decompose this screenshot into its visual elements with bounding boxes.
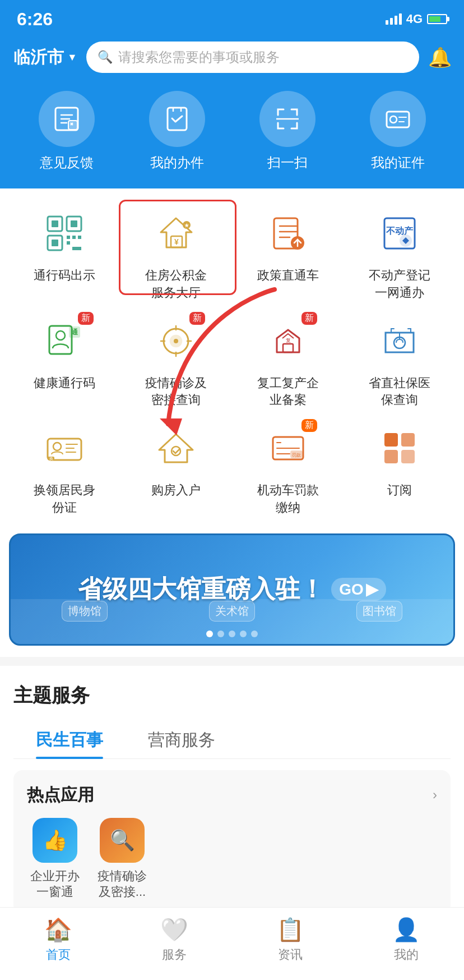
svg-rect-16: [67, 241, 70, 245]
grid-item-id-card[interactable]: 换 换领居民身份证: [11, 420, 118, 517]
subscribe-label: 订阅: [387, 482, 412, 499]
banner-dot-1[interactable]: [206, 631, 213, 637]
quick-action-feedback[interactable]: 意见反馈: [39, 91, 95, 172]
svg-rect-2: [168, 108, 187, 130]
health-code-label: 健康通行码: [34, 375, 95, 392]
buy-house-icon: [148, 420, 204, 476]
banner-dot-2[interactable]: [217, 631, 224, 637]
id-card-icon: 换: [36, 420, 92, 476]
grid-item-car-fine[interactable]: 新 罚款 机动车罚款缴纳: [235, 420, 341, 517]
banner-dot-4[interactable]: [240, 631, 247, 637]
banner-dot-3[interactable]: [229, 631, 235, 637]
hot-app-enterprise-label: 企业开办一窗通: [27, 868, 83, 900]
hot-apps-title: 热点应用: [27, 784, 94, 807]
covid-label: 疫情确诊及密接查询: [145, 375, 207, 410]
nav-mine-label: 我的: [394, 946, 419, 963]
nav-home[interactable]: 🏠 首页: [30, 917, 86, 963]
banner-dots: [206, 631, 258, 637]
svg-text:复: 复: [285, 338, 290, 343]
grid-wrapper: 通行码出示 ¥ ★ 住房公积金服务大厅: [11, 205, 453, 517]
home-icon: 🏠: [44, 917, 72, 943]
health-badge: 新: [78, 312, 94, 325]
nav-service[interactable]: 🤍 服务: [146, 917, 202, 963]
grid-item-subscribe[interactable]: 订阅: [347, 420, 453, 517]
car-fine-badge: 新: [301, 419, 317, 432]
nav-mine[interactable]: 👤 我的: [378, 917, 434, 963]
hot-apps-more-icon[interactable]: ›: [433, 787, 437, 803]
covid-icon: 新: [148, 313, 204, 369]
resumption-icon: 新 复: [260, 313, 316, 369]
svg-point-37: [174, 339, 178, 343]
policy-label: 政策直通车: [257, 267, 319, 284]
nav-home-label: 首页: [46, 946, 71, 963]
hot-apps-header: 热点应用 ›: [27, 784, 437, 807]
chevron-down-icon: ▼: [67, 52, 77, 63]
banner-go-button[interactable]: GO ▶: [331, 578, 386, 601]
search-icon: 🔍: [98, 50, 113, 65]
bottom-nav: 🏠 首页 🤍 服务 📋 资讯 👤 我的: [0, 907, 464, 980]
tab-yingshang[interactable]: 营商服务: [126, 722, 238, 758]
hot-app-covid-query[interactable]: 🔍 疫情确诊及密接...: [94, 818, 150, 900]
quick-action-mywork[interactable]: 我的办件: [149, 91, 205, 172]
svg-rect-8: [52, 220, 58, 227]
banner-main-text: 省级四大馆重磅入驻！: [78, 573, 324, 606]
housing-fund-icon: ¥ ★: [148, 205, 204, 261]
property-label: 不动产登记一网通办: [369, 267, 430, 302]
svg-rect-50: [384, 433, 398, 447]
city-selector[interactable]: 临沂市 ▼: [13, 46, 77, 69]
status-time: 6:26: [17, 9, 53, 30]
mywork-label: 我的办件: [150, 154, 204, 172]
grid-item-buy-house[interactable]: 购房入户: [123, 420, 230, 517]
resumption-label: 复工复产企业备案: [257, 375, 319, 410]
svg-point-28: [56, 331, 65, 340]
grid-item-qrcode[interactable]: 通行码出示: [11, 205, 118, 302]
banner-dot-5[interactable]: [251, 631, 258, 637]
status-icons: 4G: [386, 12, 447, 26]
feedback-icon: [39, 91, 95, 147]
property-icon: 不动产: [372, 205, 428, 261]
grid-item-covid[interactable]: 新 疫情确诊及密接查询: [123, 313, 230, 410]
banner-section: 省级四大馆重磅入驻！ GO ▶ 博物馆 关术馆 图书馆: [0, 533, 464, 657]
bell-icon[interactable]: 🔔: [428, 46, 451, 68]
feedback-label: 意见反馈: [40, 154, 94, 172]
theme-section: 主题服务 民生百事 营商服务 热点应用 › 👍 企业开办一窗通 🔍 疫: [0, 666, 464, 925]
mycert-icon: [370, 91, 426, 147]
tab-minsheng[interactable]: 民生百事: [13, 722, 126, 758]
grid-item-policy[interactable]: 政策直通车: [235, 205, 341, 302]
scan-icon: [259, 91, 315, 147]
qrcode-label: 通行码出示: [34, 267, 95, 284]
search-placeholder: 请搜索您需要的事项或服务: [118, 48, 280, 66]
svg-text:★: ★: [184, 223, 189, 228]
car-fine-label: 机动车罚款缴纳: [257, 482, 319, 517]
mywork-icon: [149, 91, 205, 147]
svg-text:不动产: 不动产: [386, 226, 414, 236]
nav-news-label: 资讯: [278, 946, 303, 963]
car-fine-icon: 新 罚款: [260, 420, 316, 476]
hot-app-enterprise[interactable]: 👍 企业开办一窗通: [27, 818, 83, 900]
search-bar[interactable]: 🔍 请搜索您需要的事项或服务: [86, 42, 419, 73]
mycert-label: 我的证件: [371, 154, 425, 172]
health-code-icon: 新 通: [36, 313, 92, 369]
social-med-icon: [372, 313, 428, 369]
theme-tabs: 民生百事 营商服务: [13, 722, 451, 759]
service-icon: 🤍: [160, 917, 188, 943]
grid-item-social-med[interactable]: 省直社保医保查询: [347, 313, 453, 410]
svg-text:¥: ¥: [174, 237, 179, 246]
nav-news[interactable]: 📋 资讯: [262, 917, 318, 963]
grid-item-resumption[interactable]: 新 复 复工复产企业备案: [235, 313, 341, 410]
network-label: 4G: [406, 12, 423, 26]
svg-text:通: 通: [71, 328, 78, 336]
subscribe-icon: [372, 420, 428, 476]
qr-icon: [36, 205, 92, 261]
svg-rect-10: [71, 220, 77, 227]
grid-item-housing-fund[interactable]: ¥ ★ 住房公积金服务大厅: [123, 205, 230, 302]
quick-action-scan[interactable]: 扫一扫: [259, 91, 315, 172]
news-icon: 📋: [276, 917, 304, 943]
covid-badge: 新: [189, 312, 205, 325]
grid-item-property[interactable]: 不动产 不动产登记一网通办: [347, 205, 453, 302]
id-card-label: 换领居民身份证: [34, 482, 95, 517]
grid-item-health-code[interactable]: 新 通 健康通行码: [11, 313, 118, 410]
banner-card[interactable]: 省级四大馆重磅入驻！ GO ▶ 博物馆 关术馆 图书馆: [9, 533, 455, 646]
quick-action-mycert[interactable]: 我的证件: [370, 91, 426, 172]
buy-house-label: 购房入户: [151, 482, 201, 499]
